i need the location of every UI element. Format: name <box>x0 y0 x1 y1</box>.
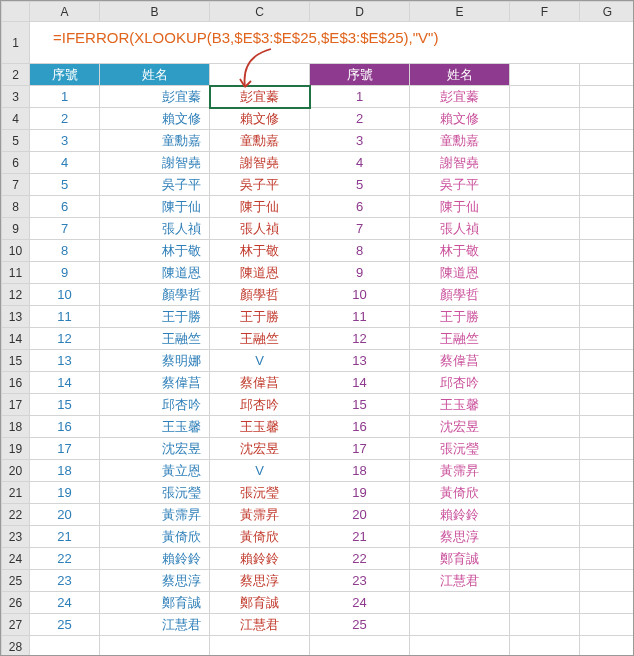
row-header-27[interactable]: 27 <box>2 614 30 636</box>
cell[interactable] <box>580 152 635 174</box>
cell[interactable]: 蔡思淳 <box>210 570 310 592</box>
row-header-21[interactable]: 21 <box>2 482 30 504</box>
col-header-A[interactable]: A <box>30 2 100 22</box>
cell[interactable]: 林于敬 <box>210 240 310 262</box>
cell[interactable]: 11 <box>30 306 100 328</box>
cell[interactable]: 11 <box>310 306 410 328</box>
cell[interactable]: 9 <box>310 262 410 284</box>
cell[interactable]: 5 <box>30 174 100 196</box>
cell[interactable] <box>30 636 100 657</box>
cell[interactable]: 林于敬 <box>410 240 510 262</box>
cell[interactable]: 黃倚欣 <box>410 482 510 504</box>
col-header-G[interactable]: G <box>580 2 635 22</box>
cell[interactable] <box>510 86 580 108</box>
cell[interactable] <box>580 636 635 657</box>
cell[interactable]: 黃倚欣 <box>100 526 210 548</box>
cell[interactable] <box>580 372 635 394</box>
cell[interactable]: 陳道恩 <box>210 262 310 284</box>
cell[interactable] <box>510 64 580 86</box>
row-header-14[interactable]: 14 <box>2 328 30 350</box>
cell[interactable]: 賴文修 <box>100 108 210 130</box>
cell[interactable]: V <box>210 350 310 372</box>
cell[interactable] <box>410 614 510 636</box>
cell[interactable]: 彭宜蓁 <box>100 86 210 108</box>
cell[interactable]: 1 <box>30 86 100 108</box>
cell[interactable]: 賴文修 <box>410 108 510 130</box>
cell[interactable] <box>580 284 635 306</box>
cell[interactable] <box>510 614 580 636</box>
row-header-5[interactable]: 5 <box>2 130 30 152</box>
row-header-24[interactable]: 24 <box>2 548 30 570</box>
cell[interactable]: 2 <box>30 108 100 130</box>
cell[interactable]: 23 <box>30 570 100 592</box>
cell[interactable]: 19 <box>30 482 100 504</box>
cell[interactable]: 黃立恩 <box>100 460 210 482</box>
row-header-2[interactable]: 2 <box>2 64 30 86</box>
cell[interactable]: 賴鈴鈴 <box>410 504 510 526</box>
cell[interactable]: 20 <box>30 504 100 526</box>
row-header-4[interactable]: 4 <box>2 108 30 130</box>
cell[interactable]: 邱杏吟 <box>410 372 510 394</box>
cell[interactable] <box>580 64 635 86</box>
header-name-right[interactable]: 姓名 <box>410 64 510 86</box>
cell[interactable] <box>510 328 580 350</box>
row-header-17[interactable]: 17 <box>2 394 30 416</box>
cell[interactable]: 蔡明娜 <box>100 350 210 372</box>
cell[interactable] <box>580 416 635 438</box>
cell[interactable]: 鄭育誠 <box>100 592 210 614</box>
cell[interactable] <box>510 394 580 416</box>
cell[interactable]: 賴鈴鈴 <box>100 548 210 570</box>
header-seq-left[interactable]: 序號 <box>30 64 100 86</box>
cell[interactable]: 4 <box>30 152 100 174</box>
cell[interactable] <box>310 636 410 657</box>
cell[interactable]: 吳子平 <box>210 174 310 196</box>
cell[interactable]: 13 <box>30 350 100 372</box>
cell[interactable]: 19 <box>310 482 410 504</box>
cell[interactable] <box>510 240 580 262</box>
row-header-23[interactable]: 23 <box>2 526 30 548</box>
cell[interactable]: 蔡偉菖 <box>410 350 510 372</box>
cell[interactable] <box>580 460 635 482</box>
cell[interactable] <box>510 592 580 614</box>
cell[interactable]: 25 <box>310 614 410 636</box>
cell[interactable]: 張人禎 <box>100 218 210 240</box>
row-header-1[interactable]: 1 <box>2 22 30 64</box>
cell[interactable]: 15 <box>30 394 100 416</box>
row-header-11[interactable]: 11 <box>2 262 30 284</box>
row-header-12[interactable]: 12 <box>2 284 30 306</box>
select-all-corner[interactable] <box>2 2 30 22</box>
cell[interactable] <box>580 592 635 614</box>
cell[interactable]: 陳道恩 <box>100 262 210 284</box>
cell[interactable]: 陳于仙 <box>210 196 310 218</box>
cell[interactable]: 江慧君 <box>410 570 510 592</box>
cell[interactable] <box>580 438 635 460</box>
cell[interactable] <box>510 438 580 460</box>
cell[interactable]: 8 <box>310 240 410 262</box>
cell[interactable]: 陳道恩 <box>410 262 510 284</box>
col-header-E[interactable]: E <box>410 2 510 22</box>
cell[interactable] <box>510 152 580 174</box>
cell[interactable]: 王玉馨 <box>210 416 310 438</box>
cell[interactable] <box>510 350 580 372</box>
cell[interactable]: 江慧君 <box>210 614 310 636</box>
cell[interactable]: 14 <box>310 372 410 394</box>
cell[interactable] <box>410 636 510 657</box>
cell[interactable] <box>510 218 580 240</box>
cell[interactable] <box>580 86 635 108</box>
cell[interactable] <box>580 350 635 372</box>
cell[interactable] <box>510 262 580 284</box>
cell[interactable]: 24 <box>310 592 410 614</box>
cell[interactable]: 彭宜蓁 <box>210 86 310 108</box>
cell[interactable] <box>580 526 635 548</box>
cell[interactable]: 張人禎 <box>410 218 510 240</box>
cell[interactable] <box>510 372 580 394</box>
cell[interactable]: 24 <box>30 592 100 614</box>
cell[interactable]: 張沅瑩 <box>100 482 210 504</box>
cell[interactable]: 陳于仙 <box>410 196 510 218</box>
col-header-C[interactable]: C <box>210 2 310 22</box>
cell[interactable]: 童勳嘉 <box>410 130 510 152</box>
row-header-19[interactable]: 19 <box>2 438 30 460</box>
cell[interactable] <box>580 504 635 526</box>
cell[interactable] <box>580 394 635 416</box>
row-header-9[interactable]: 9 <box>2 218 30 240</box>
